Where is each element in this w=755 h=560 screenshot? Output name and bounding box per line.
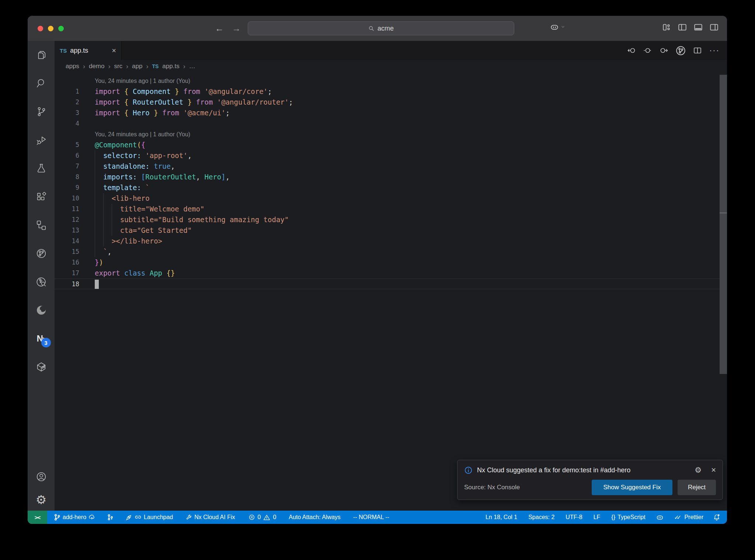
edge-tools-view-button[interactable]	[35, 304, 47, 316]
toggle-secondary-sidebar-icon[interactable]	[709, 22, 719, 32]
status-bar: >< add-hero	[28, 511, 727, 524]
history-forward-button[interactable]: →	[232, 23, 241, 34]
language-mode-button[interactable]: {} TypeScript	[608, 511, 649, 524]
customize-layout-icon[interactable]	[662, 22, 671, 32]
code-line[interactable]: 7 standalone: true,	[55, 161, 727, 172]
indent-guide	[103, 193, 104, 246]
code-line[interactable]: 1import { Component } from '@angular/cor…	[55, 86, 727, 97]
split-editor-icon[interactable]	[693, 46, 702, 55]
code-line[interactable]: 5@Component({	[55, 140, 727, 150]
code-line[interactable]: 14 ></lib-hero>	[55, 236, 727, 246]
search-value: acme	[378, 25, 394, 32]
more-actions-icon[interactable]: ···	[709, 46, 720, 55]
cursor-position-button[interactable]: Ln 18, Col 1	[482, 511, 521, 524]
container-tools-view-button[interactable]	[35, 361, 47, 373]
formatter-status-button[interactable]: ✓✓ Prettier	[671, 511, 707, 524]
code-line[interactable]: 8 imports: [RouterOutlet, Hero],	[55, 172, 727, 182]
code-line[interactable]: 15 `,	[55, 246, 727, 257]
remote-icon: ><	[35, 514, 41, 521]
notification-title: Nx Cloud suggested a fix for demo:test i…	[477, 466, 690, 474]
explorer-view-button[interactable]	[35, 49, 47, 61]
remote-indicator-button[interactable]: ><	[28, 511, 47, 524]
tab-close-icon[interactable]: ×	[112, 46, 116, 55]
reject-button[interactable]: Reject	[678, 480, 716, 495]
vscode-window: ← → acme	[28, 16, 727, 524]
code-line[interactable]: 6 selector: 'app-root',	[55, 150, 727, 161]
problems-button[interactable]: 0 0	[245, 511, 280, 524]
testing-view-button[interactable]	[35, 162, 47, 174]
code-line[interactable]: 17export class App {}	[55, 268, 727, 279]
code-line[interactable]: 16})	[55, 257, 727, 268]
vim-block-cursor	[95, 280, 99, 289]
code-line[interactable]: 10 <lib-hero	[55, 193, 727, 204]
breadcrumb-item[interactable]: apps	[66, 63, 79, 70]
vim-mode-indicator[interactable]: -- NORMAL --	[349, 511, 393, 524]
launchpad-button[interactable]: Launchpad	[122, 511, 177, 524]
project-structure-view-button[interactable]	[35, 219, 47, 231]
code-editor[interactable]: You, 24 minutes ago | 1 author (You)1imp…	[55, 73, 727, 511]
breadcrumb-item[interactable]: app.ts	[162, 63, 179, 70]
command-center-search[interactable]: acme	[248, 21, 514, 35]
code-line[interactable]: 9 template: `	[55, 182, 727, 193]
gitlens-inspect-view-button[interactable]	[35, 276, 47, 288]
tab-label: app.ts	[70, 47, 108, 55]
breadcrumb-separator-icon: ›	[108, 63, 110, 70]
accounts-button[interactable]	[35, 471, 47, 483]
go-forward-icon[interactable]	[660, 46, 668, 55]
nx-badge: 3	[41, 338, 51, 347]
gitlens-blame-annotation[interactable]: You, 24 minutes ago | 1 author (You)	[55, 129, 727, 140]
nx-cloud-fix-button[interactable]: Nx Cloud AI Fix	[182, 511, 239, 524]
code-line[interactable]: 3import { Hero } from '@acme/ui';	[55, 108, 727, 118]
code-line[interactable]: 18	[55, 279, 727, 289]
toggle-primary-sidebar-icon[interactable]	[678, 22, 687, 32]
search-view-button[interactable]	[35, 77, 47, 89]
git-branch-button[interactable]: add-hero	[50, 511, 99, 524]
settings-button[interactable]: ⚙	[35, 494, 47, 505]
copilot-menu-button[interactable]	[550, 22, 565, 32]
show-suggested-fix-button[interactable]: Show Suggested Fix	[592, 480, 672, 495]
close-icon[interactable]: ×	[711, 465, 716, 475]
rocket-icon	[125, 514, 132, 521]
breadcrumb-item[interactable]: src	[114, 63, 122, 70]
source-control-view-button[interactable]	[35, 106, 47, 118]
copilot-status-button[interactable]	[652, 511, 668, 524]
run-debug-view-button[interactable]	[35, 134, 47, 146]
eol-button[interactable]: LF	[590, 511, 604, 524]
code-line[interactable]: 2import { RouterOutlet } from '@angular/…	[55, 97, 727, 108]
code-line[interactable]: 4	[55, 118, 727, 129]
gitlens-blame-annotation[interactable]: You, 24 minutes ago | 1 author (You)	[55, 76, 727, 86]
search-icon	[368, 25, 375, 32]
notifications-button[interactable]	[709, 511, 724, 524]
notification-settings-icon[interactable]: ⚙	[695, 466, 702, 475]
breadcrumb-item[interactable]: demo	[89, 63, 105, 70]
extensions-icon	[36, 191, 47, 202]
extensions-view-button[interactable]	[35, 191, 47, 203]
publish-cloud-icon	[88, 514, 95, 521]
auto-attach-button[interactable]: Auto Attach: Always	[285, 511, 344, 524]
nx-console-view-button[interactable]: N> 3	[35, 333, 47, 344]
tab-app-ts[interactable]: TS app.ts ×	[55, 41, 122, 60]
breadcrumb-item[interactable]: …	[189, 63, 195, 70]
code-rows: You, 24 minutes ago | 1 author (You)1imp…	[55, 76, 727, 289]
encoding-button[interactable]: UTF-8	[562, 511, 586, 524]
commit-graph-button[interactable]	[103, 511, 117, 524]
current-position-icon[interactable]	[643, 46, 652, 55]
code-line[interactable]: 12 subtitle="Build something amazing tod…	[55, 214, 727, 225]
toggle-panel-icon[interactable]	[693, 22, 703, 32]
gitlens-view-button[interactable]	[35, 248, 47, 259]
code-line[interactable]: 11 title="Welcmoe demo"	[55, 204, 727, 214]
editor-scrollbar[interactable]	[720, 75, 727, 374]
notification-source: Source: Nx Console	[464, 484, 592, 491]
minimize-window-button[interactable]	[48, 26, 53, 31]
double-check-icon: ✓✓	[674, 514, 679, 521]
code-line[interactable]: 13 cta="Get Started"	[55, 225, 727, 236]
history-back-button[interactable]: ←	[215, 23, 224, 34]
activity-bar: N> 3 ⚙	[28, 41, 55, 511]
commit-graph-icon[interactable]	[676, 46, 686, 56]
go-back-icon[interactable]	[627, 46, 636, 55]
indentation-button[interactable]: Spaces: 2	[525, 511, 558, 524]
breadcrumb-item[interactable]: app	[132, 63, 142, 70]
branch-name: add-hero	[63, 514, 86, 521]
close-window-button[interactable]	[38, 26, 43, 31]
zoom-window-button[interactable]	[58, 26, 64, 31]
